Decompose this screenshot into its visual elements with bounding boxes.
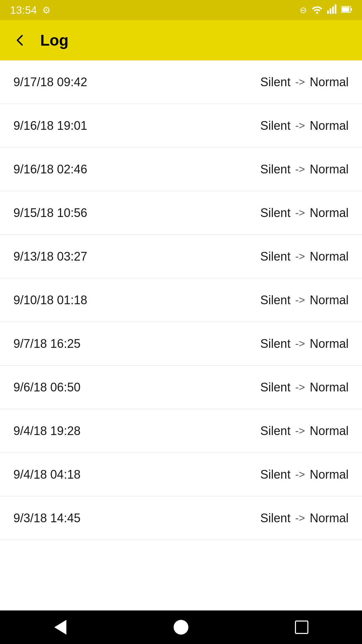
log-datetime: 9/13/18 03:27 bbox=[13, 250, 87, 264]
log-item: 9/15/18 10:56Silent->Normal bbox=[0, 191, 362, 235]
log-datetime: 9/16/18 19:01 bbox=[13, 119, 87, 133]
log-arrow-icon: -> bbox=[295, 250, 305, 263]
log-item: 9/3/18 14:45Silent->Normal bbox=[0, 496, 362, 540]
svg-rect-4 bbox=[335, 4, 337, 14]
log-item: 9/4/18 19:28Silent->Normal bbox=[0, 409, 362, 453]
log-from-state: Silent bbox=[260, 250, 291, 264]
log-item: 9/16/18 19:01Silent->Normal bbox=[0, 104, 362, 148]
svg-rect-6 bbox=[351, 8, 352, 11]
log-transition: Silent->Normal bbox=[260, 380, 349, 394]
log-datetime: 9/4/18 04:18 bbox=[13, 468, 80, 482]
log-from-state: Silent bbox=[260, 293, 291, 307]
log-arrow-icon: -> bbox=[295, 512, 305, 524]
log-to-state: Normal bbox=[310, 468, 349, 482]
log-to-state: Normal bbox=[310, 293, 349, 307]
log-transition: Silent->Normal bbox=[260, 424, 349, 438]
log-from-state: Silent bbox=[260, 206, 291, 220]
log-to-state: Normal bbox=[310, 337, 349, 351]
log-item: 9/16/18 02:46Silent->Normal bbox=[0, 148, 362, 191]
log-datetime: 9/6/18 06:50 bbox=[13, 380, 80, 394]
nav-recent-button[interactable] bbox=[285, 617, 318, 637]
log-to-state: Normal bbox=[310, 424, 349, 438]
log-to-state: Normal bbox=[310, 75, 349, 89]
svg-point-0 bbox=[316, 12, 318, 14]
log-item: 9/4/18 04:18Silent->Normal bbox=[0, 453, 362, 496]
log-arrow-icon: -> bbox=[295, 207, 305, 219]
log-to-state: Normal bbox=[310, 511, 349, 525]
log-datetime: 9/15/18 10:56 bbox=[13, 206, 87, 220]
log-datetime: 9/17/18 09:42 bbox=[13, 75, 87, 89]
log-transition: Silent->Normal bbox=[260, 468, 349, 482]
log-item: 9/7/18 16:25Silent->Normal bbox=[0, 322, 362, 366]
status-time: 13:54 bbox=[10, 4, 37, 16]
log-transition: Silent->Normal bbox=[260, 337, 349, 351]
app-bar: Log bbox=[0, 20, 362, 60]
home-nav-icon bbox=[174, 620, 188, 635]
nav-home-button[interactable] bbox=[164, 617, 198, 637]
log-transition: Silent->Normal bbox=[260, 511, 349, 525]
log-to-state: Normal bbox=[310, 119, 349, 133]
dnd-icon: ⊖ bbox=[300, 5, 307, 15]
log-arrow-icon: -> bbox=[295, 337, 305, 350]
log-arrow-icon: -> bbox=[295, 425, 305, 437]
log-transition: Silent->Normal bbox=[260, 162, 349, 176]
bottom-nav-bar bbox=[0, 610, 362, 644]
nav-back-button[interactable] bbox=[44, 617, 77, 637]
back-button[interactable] bbox=[10, 30, 30, 50]
log-datetime: 9/7/18 16:25 bbox=[13, 337, 80, 351]
log-item: 9/13/18 03:27Silent->Normal bbox=[0, 235, 362, 278]
log-arrow-icon: -> bbox=[295, 468, 305, 481]
log-transition: Silent->Normal bbox=[260, 206, 349, 220]
log-transition: Silent->Normal bbox=[260, 75, 349, 89]
status-bar-right: ⊖ bbox=[300, 4, 352, 16]
log-arrow-icon: -> bbox=[295, 381, 305, 393]
page-title: Log bbox=[40, 31, 68, 49]
wifi-icon bbox=[312, 4, 322, 16]
log-from-state: Silent bbox=[260, 75, 291, 89]
log-list: 9/17/18 09:42Silent->Normal9/16/18 19:01… bbox=[0, 60, 362, 610]
log-to-state: Normal bbox=[310, 206, 349, 220]
status-bar-left: 13:54 ⚙ bbox=[10, 4, 51, 16]
log-from-state: Silent bbox=[260, 511, 291, 525]
svg-rect-3 bbox=[332, 6, 334, 14]
log-to-state: Normal bbox=[310, 380, 349, 394]
log-arrow-icon: -> bbox=[295, 163, 305, 175]
svg-rect-2 bbox=[330, 8, 331, 14]
log-from-state: Silent bbox=[260, 119, 291, 133]
log-transition: Silent->Normal bbox=[260, 119, 349, 133]
log-arrow-icon: -> bbox=[295, 119, 305, 132]
battery-icon bbox=[341, 5, 352, 15]
recent-nav-icon bbox=[295, 621, 308, 634]
log-from-state: Silent bbox=[260, 337, 291, 351]
log-transition: Silent->Normal bbox=[260, 293, 349, 307]
log-transition: Silent->Normal bbox=[260, 250, 349, 264]
svg-rect-7 bbox=[342, 7, 349, 12]
log-to-state: Normal bbox=[310, 162, 349, 176]
log-item: 9/6/18 06:50Silent->Normal bbox=[0, 366, 362, 409]
log-datetime: 9/10/18 01:18 bbox=[13, 293, 87, 307]
log-from-state: Silent bbox=[260, 468, 291, 482]
log-arrow-icon: -> bbox=[295, 76, 305, 88]
settings-icon: ⚙ bbox=[42, 5, 51, 16]
log-from-state: Silent bbox=[260, 380, 291, 394]
log-from-state: Silent bbox=[260, 162, 291, 176]
svg-rect-1 bbox=[327, 10, 329, 14]
log-datetime: 9/4/18 19:28 bbox=[13, 424, 80, 438]
log-arrow-icon: -> bbox=[295, 294, 305, 306]
log-from-state: Silent bbox=[260, 424, 291, 438]
log-item: 9/17/18 09:42Silent->Normal bbox=[0, 60, 362, 104]
log-item: 9/10/18 01:18Silent->Normal bbox=[0, 278, 362, 322]
signal-icon bbox=[327, 4, 337, 16]
log-datetime: 9/3/18 14:45 bbox=[13, 511, 80, 525]
log-datetime: 9/16/18 02:46 bbox=[13, 162, 87, 176]
back-nav-icon bbox=[54, 620, 66, 635]
log-to-state: Normal bbox=[310, 250, 349, 264]
status-bar: 13:54 ⚙ ⊖ bbox=[0, 0, 362, 20]
